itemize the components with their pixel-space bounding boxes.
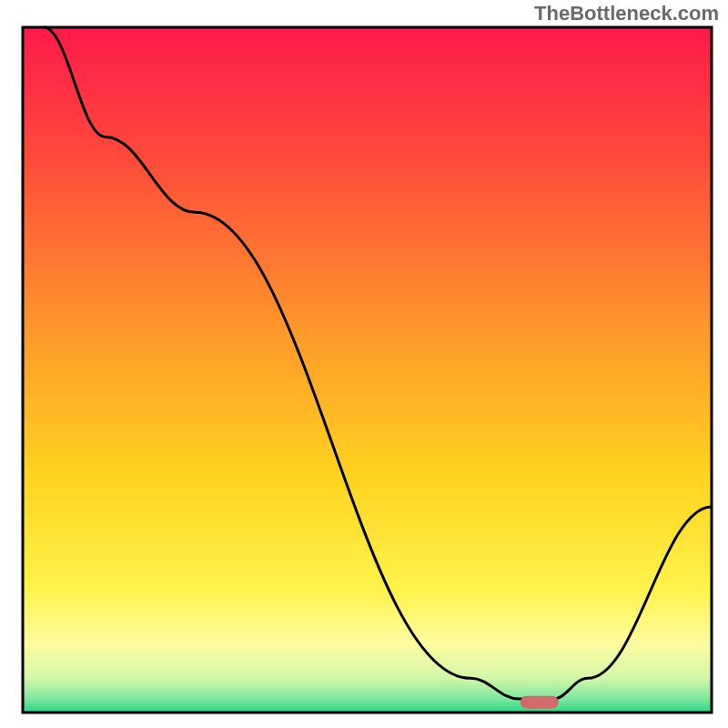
chart-container: TheBottleneck.com [0, 0, 728, 728]
bottleneck-chart [0, 0, 728, 728]
svg-rect-1 [521, 696, 559, 709]
svg-rect-0 [23, 27, 712, 713]
watermark-text: TheBottleneck.com [534, 2, 719, 25]
